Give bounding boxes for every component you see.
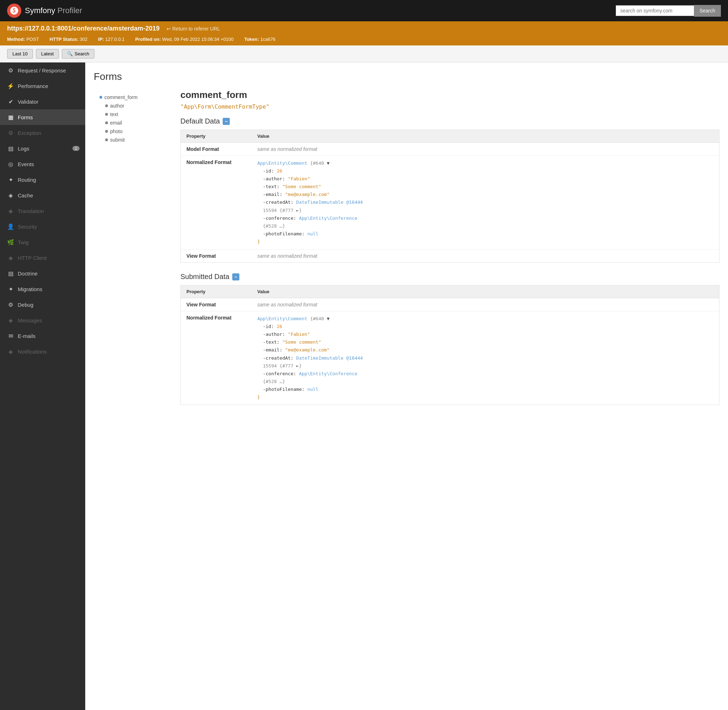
logs-icon: ▤ — [7, 145, 14, 152]
default-data-table: Property Value Model Format same as norm… — [181, 129, 719, 263]
view-format-value: same as normalized format — [252, 249, 719, 263]
table-row: Normalized Format App\Entity\Comment {#6… — [181, 156, 719, 249]
doctrine-icon: ▤ — [7, 270, 14, 277]
token-meta: Token: 1ca676 — [244, 37, 276, 42]
sidebar-item-performance[interactable]: ⚡Performance — [0, 78, 85, 94]
twig-icon: 🌿 — [7, 239, 14, 246]
normalized-format-code: App\Entity\Comment {#640 ▼ -id: 26 -auth… — [257, 159, 714, 246]
sidebar-item-doctrine[interactable]: ▤Doctrine — [0, 266, 85, 281]
sidebar-badge-logs: 1 — [72, 146, 79, 151]
tree-dot-email — [105, 122, 108, 124]
ip-meta: IP: 127.0.0.1 — [98, 37, 124, 42]
tree-child-item-author[interactable]: author — [94, 101, 172, 110]
tree-child-label-submit: submit — [110, 137, 125, 143]
header-logo-area: Symfony Profiler — [7, 4, 82, 18]
table-row: View Format same as normalized format — [181, 249, 719, 263]
performance-icon: ⚡ — [7, 82, 14, 89]
status-label: HTTP Status: — [50, 37, 78, 42]
default-data-title-text: Default Data — [181, 117, 220, 125]
routing-icon: ✦ — [7, 176, 14, 183]
header-search-button[interactable]: Search — [694, 5, 721, 17]
submitted-normalized-code: App\Entity\Comment {#640 ▼ -id: 26 -auth… — [257, 315, 714, 401]
translation-icon: ◈ — [7, 207, 14, 214]
profiled-url[interactable]: https://127.0.0.1:8001/conference/amster… — [7, 25, 160, 32]
tree-root-item[interactable]: comment_form — [94, 93, 172, 101]
return-referer-link[interactable]: ↩ Return to referer URL — [167, 26, 220, 32]
default-table-header-value: Value — [252, 130, 719, 143]
search-toolbar-button[interactable]: 🔍 Search — [62, 49, 94, 59]
submitted-data-title-text: Submitted Data — [181, 273, 229, 281]
notifications-icon: ◈ — [7, 348, 14, 355]
default-data-section-title: Default Data − — [181, 117, 719, 125]
last10-button[interactable]: Last 10 — [7, 49, 33, 59]
sidebar: ⚙Request / Response⚡Performance✔Validato… — [0, 63, 85, 710]
forms-icon: ▦ — [7, 114, 14, 121]
sidebar-item-label-validator: Validator — [18, 99, 38, 105]
default-data-toggle[interactable]: − — [223, 118, 230, 125]
latest-button[interactable]: Latest — [36, 49, 59, 59]
header-search-area: Search — [616, 5, 721, 17]
sidebar-item-migrations[interactable]: ✦Migrations — [0, 281, 85, 297]
sidebar-item-debug[interactable]: ⚙Debug — [0, 297, 85, 312]
tree-dot-author — [105, 104, 108, 107]
sidebar-item-label-migrations: Migrations — [18, 286, 42, 292]
forms-content: comment_form authortextemailphotosubmit … — [94, 89, 719, 415]
forms-tree: comment_form authortextemailphotosubmit — [94, 89, 172, 148]
sidebar-item-twig: 🌿Twig — [0, 234, 85, 250]
view-format-label: View Format — [181, 249, 252, 263]
model-format-value: same as normalized format — [252, 143, 719, 156]
table-row: View Format same as normalized format — [181, 298, 719, 311]
header-search-input[interactable] — [616, 5, 694, 16]
sidebar-item-logs[interactable]: ▤Logs1 — [0, 141, 85, 156]
search-btn-label: Search — [75, 51, 89, 56]
submitted-normalized-value: App\Entity\Comment {#640 ▼ -id: 26 -auth… — [252, 311, 719, 405]
tree-children: authortextemailphotosubmit — [94, 101, 172, 144]
ip-label: IP: — [98, 37, 104, 42]
tree-child-item-text[interactable]: text — [94, 110, 172, 119]
sidebar-item-label-exception: Exception — [18, 130, 41, 136]
sidebar-item-messages: ◈Messages — [0, 312, 85, 328]
sidebar-item-label-cache: Cache — [18, 192, 33, 198]
security-icon: 👤 — [7, 223, 14, 230]
app-sub: Profiler — [57, 6, 82, 15]
migrations-icon: ✦ — [7, 285, 14, 292]
sidebar-item-label-notifications: Notifications — [18, 349, 47, 355]
sidebar-item-label-request-response: Request / Response — [18, 67, 66, 73]
sidebar-item-label-twig: Twig — [18, 239, 29, 245]
main-layout: ⚙Request / Response⚡Performance✔Validato… — [0, 63, 728, 710]
submitted-data-toggle[interactable]: − — [232, 273, 239, 280]
sidebar-item-routing[interactable]: ✦Routing — [0, 172, 85, 188]
sidebar-item-exception: ⚙Exception — [0, 125, 85, 141]
model-format-label: Model Format — [181, 143, 252, 156]
tree-child-item-email[interactable]: email — [94, 119, 172, 127]
url-bar: https://127.0.0.1:8001/conference/amster… — [0, 21, 728, 36]
sidebar-item-validator[interactable]: ✔Validator — [0, 94, 85, 109]
sidebar-item-cache[interactable]: ◈Cache — [0, 188, 85, 203]
forms-tree-panel: comment_form authortextemailphotosubmit — [94, 89, 172, 415]
method-label: Method: — [7, 37, 25, 42]
sidebar-item-label-http-client: HTTP Client — [18, 255, 47, 261]
tree-child-item-submit[interactable]: submit — [94, 136, 172, 144]
tree-child-label-email: email — [110, 120, 122, 126]
method-meta: Method: POST — [7, 37, 39, 42]
tree-child-label-text: text — [110, 111, 118, 117]
sidebar-item-events[interactable]: ◎Events — [0, 156, 85, 172]
sidebar-item-notifications: ◈Notifications — [0, 344, 85, 359]
sidebar-item-label-logs: Logs — [18, 145, 29, 152]
sidebar-item-label-debug: Debug — [18, 302, 34, 308]
page-title: Forms — [94, 71, 719, 82]
profiled-value: Wed, 09 Feb 2022 15:06:34 +0100 — [162, 37, 234, 42]
sidebar-item-label-emails: E-mails — [18, 333, 35, 339]
tree-dot-text — [105, 113, 108, 116]
sidebar-item-emails[interactable]: ✉E-mails — [0, 328, 85, 344]
tree-child-item-photo[interactable]: photo — [94, 127, 172, 136]
sidebar-item-translation: ◈Translation — [0, 203, 85, 219]
submitted-view-format-label: View Format — [181, 298, 252, 311]
token-label: Token: — [244, 37, 259, 42]
sidebar-item-forms[interactable]: ▦Forms — [0, 109, 85, 125]
sidebar-item-request-response[interactable]: ⚙Request / Response — [0, 63, 85, 78]
submitted-normalized-label: Normalized Format — [181, 311, 252, 405]
submitted-data-section-title: Submitted Data − — [181, 273, 719, 281]
status-meta: HTTP Status: 302 — [50, 37, 88, 42]
normalized-format-value: App\Entity\Comment {#640 ▼ -id: 26 -auth… — [252, 156, 719, 249]
